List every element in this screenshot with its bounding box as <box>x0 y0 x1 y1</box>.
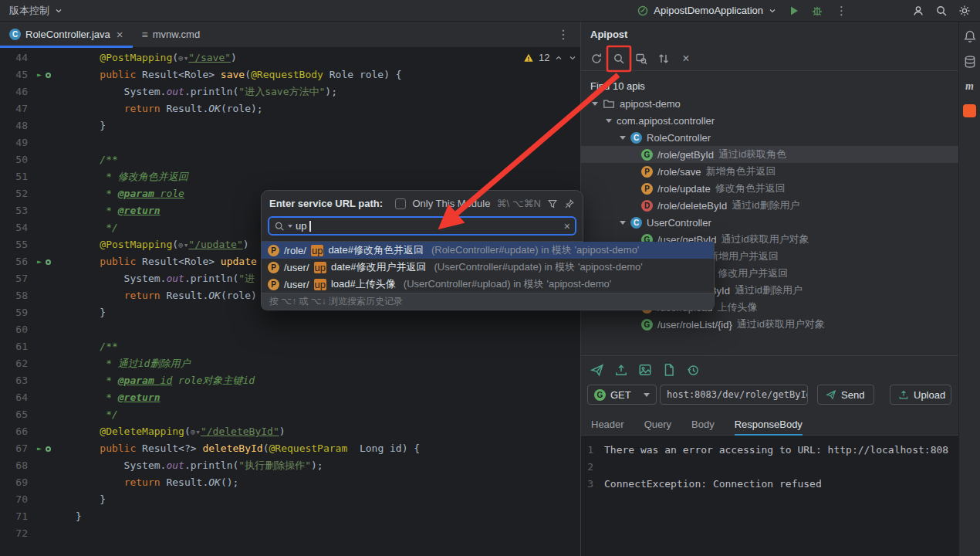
result-meta: (UserController#upload) in 模块 'apipost-d… <box>404 277 611 291</box>
database-icon[interactable] <box>963 55 977 69</box>
run-mapping-arrow-icon[interactable]: ► <box>37 66 42 83</box>
chevron-down-icon <box>644 393 650 397</box>
inspections-widget[interactable]: 12 <box>523 52 577 63</box>
vcs-menu-label: 版本控制 <box>9 4 49 18</box>
gutter <box>28 304 76 321</box>
upload-button[interactable]: Upload <box>890 385 951 405</box>
send-button[interactable]: Send <box>817 385 874 405</box>
close-panel-icon[interactable]: × <box>677 49 695 68</box>
search-in-module-icon[interactable] <box>632 49 651 68</box>
tree-label: /role/deleteById <box>657 200 727 212</box>
spring-bean-icon[interactable] <box>46 73 51 78</box>
tree-row[interactable]: G/user/roleList/{id}通过id获取用户对象 <box>581 316 958 333</box>
class-icon: C <box>630 217 642 229</box>
response-tabs: HeaderQueryBodyResponseBody <box>581 414 958 436</box>
tree-row[interactable]: G/role/getById通过id获取角色 <box>581 146 958 163</box>
clear-search-icon[interactable]: × <box>564 220 570 232</box>
editor-tab[interactable]: CRoleController.java× <box>0 22 133 47</box>
vcs-menu[interactable]: 版本控制 <box>9 4 63 18</box>
tree-label: /user/roleList/{id} <box>657 319 732 331</box>
line-number: 49 <box>0 134 28 151</box>
tree-row[interactable]: P/role/update修改角色并返回 <box>581 180 958 197</box>
maven-icon[interactable]: m <box>965 80 974 93</box>
line-number: 47 <box>0 100 28 117</box>
tree-row[interactable]: P/role/save新增角色并返回 <box>581 163 958 180</box>
send-request-icon[interactable] <box>590 363 604 377</box>
tab-query[interactable]: Query <box>644 414 671 436</box>
popup-result-row[interactable]: P/role/update#修改角色并返回 (RoleController#up… <box>262 242 714 259</box>
tree-label: com.apipost.controller <box>617 115 715 127</box>
more-actions-button[interactable]: ⋮ <box>834 4 849 18</box>
popup-result-row[interactable]: P/user/upload#上传头像 (UserController#uploa… <box>262 276 714 293</box>
filter-icon[interactable] <box>547 198 558 209</box>
tab-header[interactable]: Header <box>591 414 624 436</box>
popup-hint: 按 ⌥↑ 或 ⌥↓ 浏览搜索历史记录 <box>262 293 714 310</box>
tree-description: 通过id获取角色 <box>718 147 786 161</box>
chevron-down-icon[interactable] <box>620 221 626 225</box>
run-button[interactable] <box>788 5 800 17</box>
tab-options-icon[interactable]: ⋮ <box>546 27 580 42</box>
search-options-icon[interactable] <box>288 225 292 228</box>
gutter <box>28 287 76 304</box>
line-number: 45 <box>0 66 28 83</box>
chevron-down-icon[interactable] <box>620 136 626 140</box>
line-number: 52 <box>0 185 28 202</box>
line-number: 54 <box>0 219 28 236</box>
run-config-selector[interactable]: ApipostDemoApplication <box>637 5 777 17</box>
search-api-icon[interactable] <box>610 49 628 68</box>
code-line: 61 /** <box>0 338 580 355</box>
tree-description: 上传头像 <box>718 300 758 314</box>
profile-icon[interactable] <box>912 5 924 17</box>
spring-bean-icon[interactable] <box>46 259 51 265</box>
tree-row[interactable]: CRoleController <box>581 129 958 146</box>
chevron-down-icon[interactable] <box>592 102 598 106</box>
tab-body[interactable]: Body <box>691 414 715 436</box>
tree-description: 通过id获取用户对象 <box>737 317 825 331</box>
run-mapping-arrow-icon[interactable]: ► <box>37 440 42 457</box>
popup-search-input[interactable]: up × <box>268 216 576 236</box>
editor-tab-label: mvnw.cmd <box>153 29 200 40</box>
response-body-area[interactable]: 1There was an error accessing to URL: ht… <box>581 436 958 556</box>
panel-title: Apipost <box>590 29 627 40</box>
method-icon: G <box>594 389 606 401</box>
popup-results: P/role/update#修改角色并返回 (RoleController#up… <box>261 242 715 310</box>
expand-collapse-icon[interactable] <box>654 49 673 68</box>
code-line: 62 * 通过id删除用户 <box>0 355 580 372</box>
method-label: GET <box>610 389 631 401</box>
prev-problem-icon[interactable] <box>554 53 563 63</box>
export-image-icon[interactable] <box>638 363 652 377</box>
next-problem-icon[interactable] <box>568 53 577 63</box>
tree-label: apipost-demo <box>620 98 681 110</box>
tree-row[interactable]: com.apipost.controller <box>581 112 958 129</box>
spring-bean-icon[interactable] <box>46 446 51 452</box>
search-everywhere-icon[interactable] <box>935 5 948 17</box>
upload-icon[interactable] <box>614 363 628 377</box>
run-mapping-arrow-icon[interactable]: ► <box>37 253 42 270</box>
tab-responsebody[interactable]: ResponseBody <box>735 414 803 436</box>
tree-row[interactable]: apipost-demo <box>581 95 958 112</box>
code-line: 48 } <box>0 117 580 134</box>
refresh-icon[interactable] <box>587 49 606 68</box>
code-line: 64 * @return <box>0 389 580 406</box>
url-input[interactable]: host:8083/dev/role/getById <box>660 385 808 405</box>
tree-row[interactable]: D/role/deleteById通过id删除用户 <box>581 197 958 214</box>
tree-row[interactable]: CUserController <box>581 214 958 231</box>
apipost-plugin-icon[interactable] <box>963 104 976 117</box>
docs-icon[interactable] <box>662 363 676 377</box>
method-dropdown[interactable]: G GET <box>587 385 657 405</box>
history-icon[interactable] <box>686 363 700 377</box>
popup-result-row[interactable]: P/user/update#修改用户并返回 (UserController#up… <box>262 259 714 276</box>
close-tab-icon[interactable]: × <box>117 28 123 41</box>
settings-icon[interactable] <box>958 5 971 17</box>
tree-label: /role/getById <box>657 149 714 161</box>
notifications-icon[interactable] <box>963 29 977 43</box>
code-line: 63 * @param id role对象主键id <box>0 372 580 389</box>
debug-button[interactable] <box>811 5 823 17</box>
editor-tab[interactable]: ≡mvnw.cmd <box>133 22 210 47</box>
pin-icon[interactable] <box>564 198 575 209</box>
gutter <box>28 508 76 525</box>
upload-label: Upload <box>914 389 945 401</box>
tree-label: RoleController <box>647 132 711 144</box>
chevron-down-icon[interactable] <box>606 119 612 123</box>
only-this-module-checkbox[interactable] <box>395 198 406 209</box>
